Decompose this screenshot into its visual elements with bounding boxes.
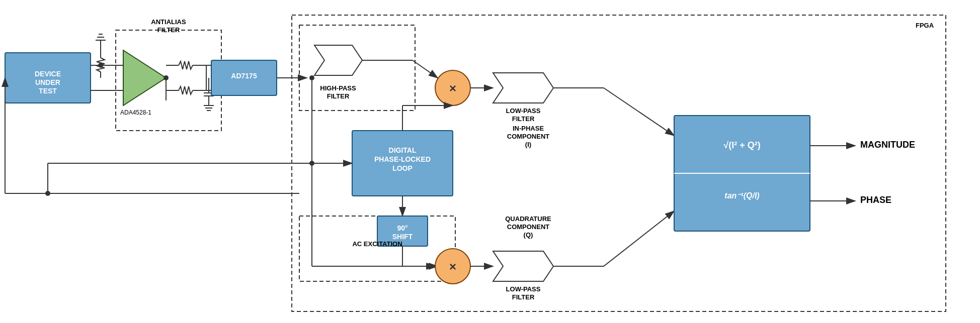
dut-label-3: TEST [39,87,57,95]
in-phase-label-1: IN-PHASE [513,125,544,132]
svg-point-11 [98,63,103,68]
dpll-label-2: PHASE-LOCKED [374,155,431,163]
lpf-q-label-2: FILTER [512,293,535,301]
svg-line-32 [604,88,674,136]
block-diagram: FPGA ANTIALIAS FILTER DEVICE UNDER TEST … [0,0,980,323]
svg-point-47 [45,191,50,196]
hpf-label-2: FILTER [327,92,350,100]
multiply-sign-q: × [449,260,456,273]
quadrature-label-3: (Q) [524,231,533,239]
lpf-i-block [493,73,553,103]
hpf-label-1: HIGH-PASS [320,84,356,92]
ac-excitation-label: AC EXCITATION [352,240,402,248]
antialias-label-2: FILTER [157,26,180,34]
quadrature-label-2: COMPONENT [507,223,550,231]
dpll-block [352,131,453,196]
svg-point-55 [309,161,314,166]
in-phase-label-3: (I) [525,141,531,148]
quadrature-label-1: QUADRATURE [505,215,551,223]
in-phase-label-2: COMPONENT [507,133,550,140]
antialias-label-1: ANTIALIAS [151,18,186,26]
dut-label-1: DEVICE [35,70,61,78]
magnitude-formula: √(I² + Q²) [723,140,760,150]
lpf-q-label-1: LOW-PASS [506,285,541,293]
svg-line-29 [413,60,438,78]
amp-label: ADA4528-1 [120,109,151,116]
svg-point-24 [164,75,169,80]
magnitude-label: MAGNITUDE [860,140,915,150]
lpf-i-label-2: FILTER [512,115,535,123]
dut-label-2: UNDER [35,78,60,86]
adc-label: AD7175 [231,72,257,80]
svg-line-40 [604,211,674,266]
dpll-label-3: LOOP [392,164,413,172]
amp-block [123,50,166,105]
multiply-sign-i: × [449,81,456,95]
lpf-q-block [493,251,553,281]
lpf-i-label-1: LOW-PASS [506,107,541,115]
dpll-label-1: DIGITAL [389,146,417,154]
phase-label: PHASE [860,195,891,205]
phase-formula: tan⁻¹(Q/I) [724,191,759,200]
shift90-label-2: SHIFT [392,233,413,241]
svg-point-52 [309,75,314,80]
hpf-block [314,45,362,75]
fpga-label: FPGA [916,22,934,29]
shift90-label-1: 90° [397,224,407,232]
